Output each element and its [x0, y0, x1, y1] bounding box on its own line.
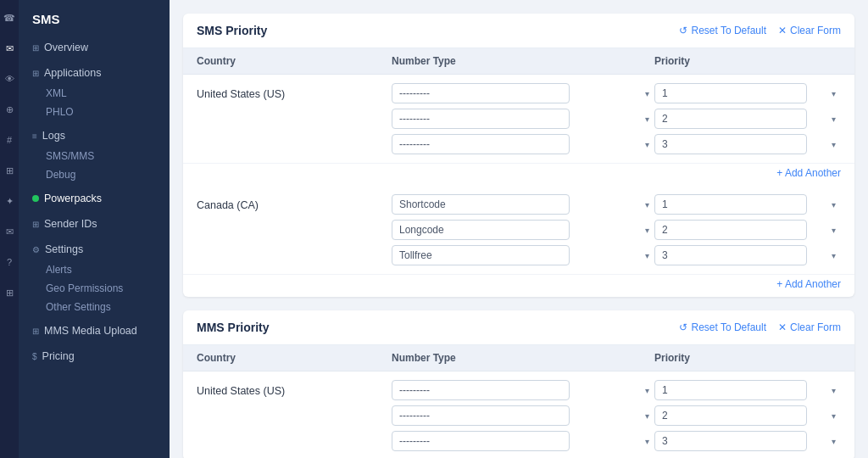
chevron-down-icon: ▾: [645, 89, 649, 98]
sidebar-section-overview: ⊞ Overview: [19, 36, 170, 59]
sms-priority-card: SMS Priority ↺ Reset To Default ✕ Clear …: [183, 14, 854, 297]
chevron-down-icon: ▾: [832, 386, 836, 395]
icon-grid[interactable]: ⊞: [2, 285, 17, 300]
senderids-icon: ⊞: [32, 220, 39, 229]
mms-col-numbertype: Number Type: [392, 352, 654, 364]
chevron-down-icon: ▾: [645, 140, 649, 149]
overview-icon: ⊞: [32, 43, 39, 53]
mms-us-priority-3[interactable]: 123: [654, 431, 807, 451]
mms-priority-card: MMS Priority ↺ Reset To Default ✕ Clear …: [183, 310, 854, 458]
sms-us-priority-1[interactable]: 123: [654, 83, 807, 103]
sidebar-sub-alerts[interactable]: Alerts: [19, 260, 170, 279]
mms-us-priority-2[interactable]: 123: [654, 405, 807, 426]
sidebar-section-senderids: ⊞ Sender IDs: [19, 213, 170, 235]
sidebar-item-settings[interactable]: ⚙ Settings: [19, 238, 170, 260]
mms-us-numbertype-3[interactable]: --------- Shortcode Longcode Tollfree: [392, 431, 570, 451]
sms-col-numbertype: Number Type: [392, 55, 654, 67]
sms-ca-numbertype-1[interactable]: Shortcode Longcode Tollfree: [392, 194, 570, 215]
mms-priority-title: MMS Priority: [197, 321, 270, 334]
mmsmedia-icon: ⊞: [32, 327, 39, 336]
sms-row-ca: Canada (CA) Shortcode Longcode Tollfree …: [183, 186, 854, 275]
sidebar-item-powerpacks[interactable]: Powerpacks: [19, 187, 170, 209]
sms-ca-add-another[interactable]: + Add Another: [183, 275, 854, 297]
reset-icon: ↺: [679, 321, 687, 333]
icon-help[interactable]: ?: [2, 254, 17, 270]
mms-col-priority: Priority: [654, 352, 841, 364]
sms-us-add-another[interactable]: + Add Another: [183, 164, 854, 186]
mms-us-nt3-wrap: --------- Shortcode Longcode Tollfree ▾: [392, 431, 654, 451]
icon-mail[interactable]: ✉: [2, 224, 17, 239]
sidebar-sub-xml[interactable]: XML: [19, 84, 170, 103]
icon-bar: ☎ ✉ 👁 ⊕ # ⊞ ✦ ✉ ? ⊞: [0, 0, 19, 458]
sms-us-numbertype-3[interactable]: --------- Shortcode Longcode Tollfree: [392, 134, 570, 154]
powerpacks-icon: [32, 195, 39, 202]
mms-us-priority-1[interactable]: 123: [654, 380, 807, 400]
sms-reset-button[interactable]: ↺ Reset To Default: [679, 25, 766, 36]
mms-us-number-types: --------- Shortcode Longcode Tollfree ▾ …: [392, 380, 654, 451]
sidebar-sub-debug[interactable]: Debug: [19, 165, 170, 184]
sms-ca-priority-3[interactable]: 123: [654, 245, 807, 265]
chevron-down-icon: ▾: [832, 251, 836, 260]
sidebar-section-powerpacks: Powerpacks: [19, 187, 170, 209]
sidebar-item-senderids[interactable]: ⊞ Sender IDs: [19, 213, 170, 235]
sms-us-priorities: 123 ▾ 123 ▾ 123 ▾: [654, 83, 841, 154]
sms-us-p1-wrap: 123 ▾: [654, 83, 841, 103]
mms-reset-button[interactable]: ↺ Reset To Default: [679, 321, 766, 333]
sms-ca-nt1-wrap: Shortcode Longcode Tollfree ▾: [392, 194, 654, 215]
clear-icon: ✕: [778, 25, 787, 36]
chevron-down-icon: ▾: [645, 411, 649, 421]
sms-us-priority-3[interactable]: 123: [654, 134, 807, 154]
sidebar-sub-geo[interactable]: Geo Permissions: [19, 279, 170, 298]
sidebar-section-settings: ⚙ Settings Alerts Geo Permissions Other …: [19, 238, 170, 316]
mms-clear-button[interactable]: ✕ Clear Form: [778, 321, 841, 333]
sms-ca-priority-2[interactable]: 123: [654, 220, 807, 240]
sms-us-p2-wrap: 123 ▾: [654, 109, 841, 129]
sms-col-country: Country: [197, 55, 392, 67]
sms-ca-numbertype-3[interactable]: Shortcode Longcode Tollfree: [392, 245, 570, 265]
pricing-icon: $: [32, 352, 37, 361]
sidebar-item-overview[interactable]: ⊞ Overview: [19, 36, 170, 59]
chevron-down-icon: ▾: [645, 200, 649, 209]
sms-clear-button[interactable]: ✕ Clear Form: [778, 25, 841, 36]
sms-us-priority-2[interactable]: 123: [654, 109, 807, 129]
chevron-down-icon: ▾: [645, 114, 649, 124]
mms-us-nt1-wrap: --------- Shortcode Longcode Tollfree ▾: [392, 380, 654, 400]
sms-ca-nt3-wrap: Shortcode Longcode Tollfree ▾: [392, 245, 654, 265]
sidebar-sub-other[interactable]: Other Settings: [19, 298, 170, 316]
mms-us-numbertype-2[interactable]: --------- Shortcode Longcode Tollfree: [392, 405, 570, 426]
logs-icon: ≡: [32, 131, 37, 141]
sidebar-sub-phlo[interactable]: PHLO: [19, 103, 170, 121]
sms-ca-numbertype-2[interactable]: Shortcode Longcode Tollfree: [392, 220, 570, 240]
sms-col-priority: Priority: [654, 55, 841, 67]
sms-us-numbertype-1[interactable]: --------- Shortcode Longcode Tollfree: [392, 83, 570, 103]
mms-us-nt2-wrap: --------- Shortcode Longcode Tollfree ▾: [392, 405, 654, 426]
icon-user[interactable]: ⊞: [2, 163, 17, 178]
sidebar-item-applications[interactable]: ⊞ Applications: [19, 62, 170, 84]
mms-row-us: United States (US) --------- Shortcode L…: [183, 371, 854, 458]
sidebar-sub-smsmms[interactable]: SMS/MMS: [19, 147, 170, 165]
mms-us-p1-wrap: 123 ▾: [654, 380, 841, 400]
icon-chat[interactable]: ✉: [2, 41, 17, 56]
chevron-down-icon: ▾: [645, 437, 649, 446]
sms-us-numbertype-2[interactable]: --------- Shortcode Longcode Tollfree: [392, 109, 570, 129]
icon-search[interactable]: ⊕: [2, 102, 17, 117]
chevron-down-icon: ▾: [832, 411, 836, 421]
mms-us-priorities: 123 ▾ 123 ▾ 123 ▾: [654, 380, 841, 451]
sms-ca-number-types: Shortcode Longcode Tollfree ▾ Shortcode …: [392, 194, 654, 265]
icon-phone[interactable]: ☎: [2, 10, 17, 25]
sidebar-item-pricing[interactable]: $ Pricing: [19, 345, 170, 367]
sidebar-section-logs: ≡ Logs SMS/MMS Debug: [19, 125, 170, 184]
mms-country-us: United States (US): [197, 380, 392, 397]
sms-us-nt1-wrap: --------- Shortcode Longcode Tollfree ▾: [392, 83, 654, 103]
icon-settings[interactable]: ✦: [2, 193, 17, 209]
chevron-down-icon: ▾: [832, 437, 836, 446]
chevron-down-icon: ▾: [832, 114, 836, 124]
icon-tag[interactable]: #: [2, 132, 17, 148]
mms-col-country: Country: [197, 352, 392, 364]
sms-ca-priority-1[interactable]: 123: [654, 194, 807, 215]
sidebar-item-mmsmedia[interactable]: ⊞ MMS Media Upload: [19, 320, 170, 342]
mms-us-numbertype-1[interactable]: --------- Shortcode Longcode Tollfree: [392, 380, 570, 400]
sms-priority-actions: ↺ Reset To Default ✕ Clear Form: [679, 25, 841, 36]
sidebar-item-logs[interactable]: ≡ Logs: [19, 125, 170, 147]
icon-eye[interactable]: 👁: [2, 71, 17, 87]
